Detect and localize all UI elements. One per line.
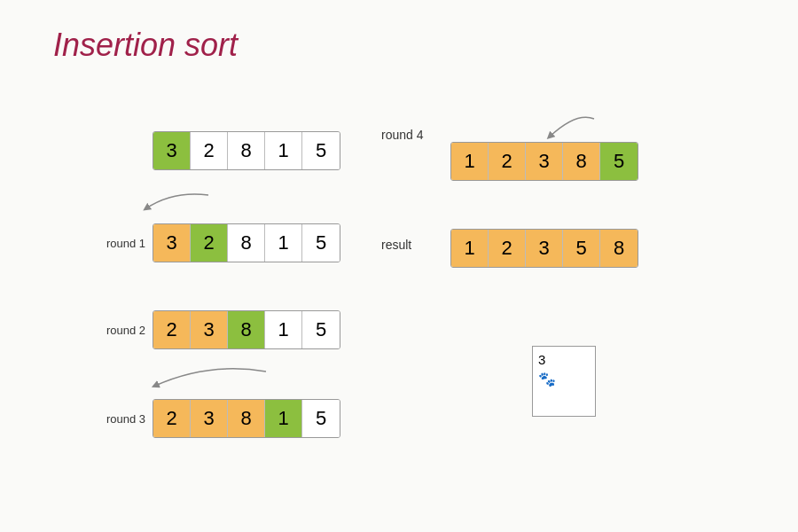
round3-array: round 3 2 3 8 1 5 xyxy=(99,399,340,438)
initial-cells: 3 2 8 1 5 xyxy=(153,131,340,170)
cell: 1 xyxy=(451,230,489,267)
cell: 8 xyxy=(228,224,265,262)
round4-arrow xyxy=(532,112,603,145)
cell: 2 xyxy=(489,143,526,180)
round1-label: round 1 xyxy=(99,237,145,250)
cell: 5 xyxy=(302,400,340,437)
cell: 1 xyxy=(265,224,302,262)
cell: 1 xyxy=(265,311,302,348)
note-box: 3 🐾 xyxy=(532,346,596,417)
cell: 5 xyxy=(302,132,340,169)
cell: 5 xyxy=(600,143,638,180)
round1-array: round 1 3 2 8 1 5 xyxy=(99,223,340,262)
cell: 8 xyxy=(228,311,265,348)
cell: 8 xyxy=(228,132,265,169)
cell: 3 xyxy=(526,143,563,180)
cell: 5 xyxy=(302,311,340,348)
round4-cells: 1 2 3 8 5 xyxy=(450,142,638,181)
cell: 1 xyxy=(265,132,302,169)
cell: 3 xyxy=(153,224,191,262)
cell: 5 xyxy=(302,224,340,262)
cell: 1 xyxy=(265,400,302,437)
cell: 5 xyxy=(563,230,600,267)
cell: 2 xyxy=(153,400,191,437)
note-line2: 🐾 xyxy=(538,371,590,387)
round4-label-text: round 4 xyxy=(381,128,423,142)
cell: 3 xyxy=(191,400,228,437)
round2-array: round 2 2 3 8 1 5 xyxy=(99,310,340,349)
cell: 2 xyxy=(489,230,526,267)
cell: 2 xyxy=(191,132,228,169)
page-title: Insertion sort xyxy=(53,27,238,64)
cell: 8 xyxy=(228,400,265,437)
cell: 3 xyxy=(153,132,191,169)
round3-arrow xyxy=(146,366,279,402)
initial-array: 3 2 8 1 5 xyxy=(99,131,340,170)
cell: 8 xyxy=(563,143,600,180)
cell: 8 xyxy=(600,230,638,267)
note-line1: 3 xyxy=(538,352,590,367)
round2-cells: 2 3 8 1 5 xyxy=(153,310,340,349)
cell: 3 xyxy=(191,311,228,348)
round3-cells: 2 3 8 1 5 xyxy=(153,399,340,438)
round2-label: round 2 xyxy=(99,324,145,337)
cell: 1 xyxy=(451,143,489,180)
round3-label: round 3 xyxy=(99,412,145,426)
cell: 2 xyxy=(191,224,228,262)
cell: 3 xyxy=(526,230,563,267)
round4-array: 1 2 3 8 5 xyxy=(450,142,638,181)
result-cells: 1 2 3 5 8 xyxy=(450,229,638,268)
round1-arrow xyxy=(137,191,226,222)
round1-cells: 3 2 8 1 5 xyxy=(153,223,340,262)
cell: 2 xyxy=(153,311,191,348)
result-array: 1 2 3 5 8 xyxy=(450,229,638,268)
result-label-text: result xyxy=(381,238,411,252)
